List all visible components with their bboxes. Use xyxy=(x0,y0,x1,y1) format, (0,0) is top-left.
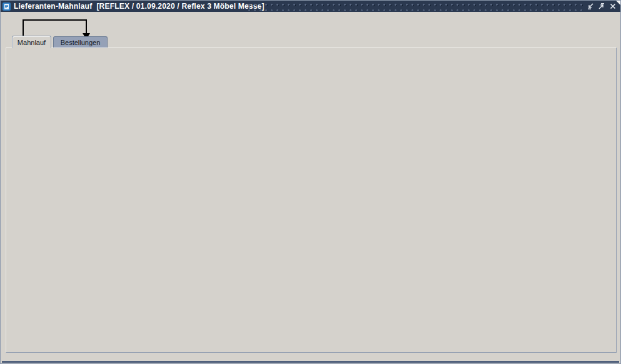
content-frame xyxy=(6,48,617,353)
tab-mahnlauf[interactable]: Mahnlauf xyxy=(12,36,51,48)
title-bar: Lieferanten-Mahnlauf [REFLEX / 01.09.202… xyxy=(1,1,620,12)
app-icon xyxy=(3,3,11,11)
tab-bestellungen-label: Bestellungen xyxy=(61,39,101,46)
window-bottom-edge xyxy=(2,361,619,363)
app-window: Lieferanten-Mahnlauf [REFLEX / 01.09.202… xyxy=(0,0,621,364)
tab-bestellungen[interactable]: Bestellungen xyxy=(53,36,108,48)
restore-icon[interactable] xyxy=(597,2,606,11)
corner-notch xyxy=(616,1,620,5)
window-title: Lieferanten-Mahnlauf [REFLEX / 01.09.202… xyxy=(14,2,265,11)
tab-mahnlauf-label: Mahnlauf xyxy=(18,39,46,46)
titlebar-texture xyxy=(246,2,585,11)
minimize-icon[interactable] xyxy=(585,2,595,11)
